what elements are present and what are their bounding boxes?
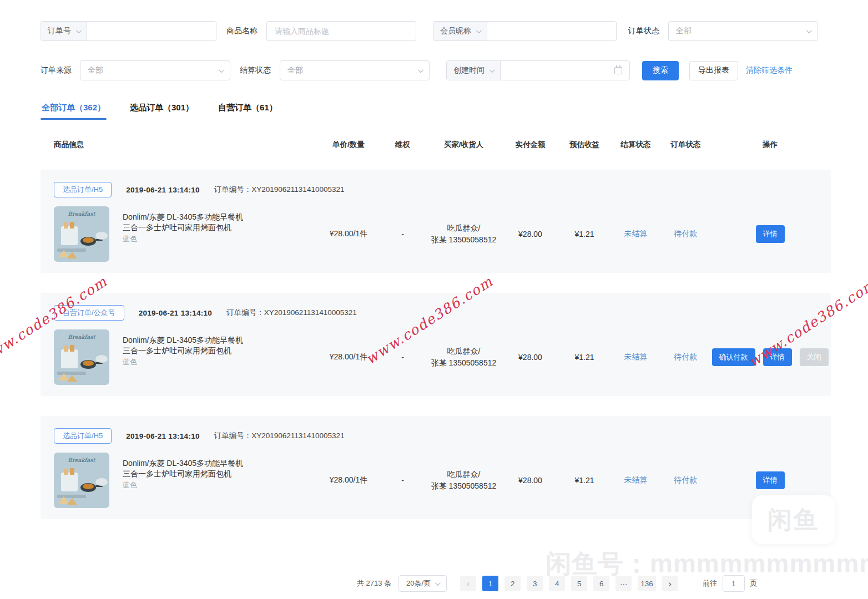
page-button-5[interactable]: 5 — [571, 576, 587, 591]
profit-cell: ¥1.21 — [559, 353, 609, 362]
order-datetime: 2019-06-21 13:14:10 — [126, 432, 200, 440]
member-nick-input[interactable] — [487, 22, 616, 40]
filter-row-1: 订单号 商品名称 会员昵称 订单状态 全部 — [41, 21, 868, 41]
profit-cell: ¥1.21 — [559, 476, 609, 485]
tab-selected-orders[interactable]: 选品订单（301） — [130, 103, 194, 120]
chevron-down-icon — [76, 28, 82, 33]
product-text: Donlim/东菱 DL-3405多功能早餐机三合一多士炉吐司家用烤面包机 蓝色 — [123, 453, 249, 508]
next-page-button[interactable]: › — [662, 576, 678, 591]
page-ellipsis-button[interactable]: ··· — [615, 576, 632, 591]
member-nick-type-select[interactable]: 会员昵称 — [433, 22, 487, 40]
detail-button[interactable]: 详情 — [763, 348, 792, 366]
filter-row-2: 订单来源 全部 结算状态 全部 创建时间 搜索 导出报表 清除筛选条件 — [41, 60, 868, 80]
col-paid: 实付金额 — [501, 140, 559, 150]
settle-status-select[interactable]: 全部 — [280, 60, 430, 80]
prev-page-button[interactable]: ‹ — [460, 576, 476, 591]
buyer-cell: 吃瓜群众/ 张某 13505058512 — [426, 469, 501, 492]
order-card-body: Breakfast Donlim/东菱 DL-3405多功能早 — [41, 329, 831, 385]
order-number-value: XY20190621131410005321 — [264, 308, 357, 317]
receiver-name: 张某 13505058512 — [426, 480, 501, 492]
create-time-type-label: 创建时间 — [453, 65, 485, 75]
order-no-input[interactable] — [87, 22, 216, 40]
col-profit: 预估收益 — [559, 140, 609, 150]
actions-cell: 详情 — [709, 225, 831, 243]
order-source-select[interactable]: 全部 — [80, 60, 230, 80]
order-card: 自营订单/公众号 2019-06-21 13:14:10 订单编号：XY2019… — [41, 293, 831, 396]
svg-text:Breakfast: Breakfast — [68, 457, 96, 463]
product-title: Donlim/东菱 DL-3405多功能早餐机三合一多士炉吐司家用烤面包机 — [123, 458, 249, 479]
chevron-down-icon — [489, 67, 495, 73]
order-status-value: 全部 — [676, 26, 692, 36]
export-report-button[interactable]: 导出报表 — [689, 61, 738, 80]
order-source-value: 全部 — [88, 65, 103, 75]
actions-cell: 详情 — [709, 471, 831, 489]
order-no-filter: 订单号 — [41, 21, 216, 41]
page-button-4[interactable]: 4 — [549, 576, 565, 591]
col-actions: 操作 — [709, 140, 831, 150]
calendar-icon — [614, 67, 622, 74]
product-cell: Breakfast Donlim/东菱 DL-3405多功能早 — [41, 453, 318, 508]
order-status-cell: 待付款 — [662, 229, 709, 239]
receiver-name: 张某 13505058512 — [426, 234, 501, 246]
weiquan-cell: - — [379, 476, 426, 485]
pagination: 共 2713 条 20条/页 ‹ 1 2 3 4 5 6 ··· 136 › 前… — [357, 575, 757, 592]
order-number-label: 订单编号： — [214, 185, 252, 194]
clear-filters-link[interactable]: 清除筛选条件 — [746, 65, 793, 75]
goto-page: 前往 页 — [703, 575, 758, 592]
page-size-select[interactable]: 20条/页 — [398, 575, 447, 592]
chevron-down-icon — [476, 28, 482, 33]
col-weiquan: 维权 — [379, 140, 426, 150]
col-price-qty: 单价/数量 — [318, 140, 379, 150]
price-qty-cell: ¥28.00/1件 — [318, 229, 379, 239]
search-button[interactable]: 搜索 — [642, 61, 679, 80]
order-number: 订单编号：XY20190621131410005321 — [214, 431, 345, 441]
settle-status-label: 结算状态 — [240, 65, 271, 75]
page-button-136[interactable]: 136 — [638, 576, 656, 591]
page-button-6[interactable]: 6 — [593, 576, 609, 591]
paid-cell: ¥28.00 — [501, 353, 559, 362]
order-card-header: 选品订单/H5 2019-06-21 13:14:10 订单编号：XY20190… — [41, 181, 831, 206]
tab-all-orders[interactable]: 全部订单（362） — [42, 103, 105, 120]
svg-text:Breakfast: Breakfast — [68, 334, 96, 340]
actions-cell: 确认付款 详情 关闭 — [709, 348, 831, 366]
buyer-name: 吃瓜群众/ — [426, 222, 501, 234]
order-management-page: 订单号 商品名称 会员昵称 订单状态 全部 订单来源 全部 结算状态 全 — [0, 21, 868, 599]
col-buyer: 买家/收货人 — [426, 140, 501, 150]
order-datetime: 2019-06-21 13:14:10 — [139, 309, 213, 317]
product-name-input[interactable] — [266, 21, 416, 41]
page-button-2[interactable]: 2 — [504, 576, 521, 591]
buyer-cell: 吃瓜群众/ 张某 13505058512 — [426, 222, 501, 246]
chevron-down-icon — [435, 580, 441, 586]
create-time-type-select[interactable]: 创建时间 — [447, 61, 501, 80]
weiquan-cell: - — [379, 353, 426, 362]
order-status-select[interactable]: 全部 — [668, 21, 818, 41]
order-status-cell: 待付款 — [662, 475, 709, 485]
page-size-value: 20条/页 — [406, 578, 431, 588]
confirm-payment-button[interactable]: 确认付款 — [712, 348, 755, 366]
detail-button[interactable]: 详情 — [756, 471, 785, 489]
product-spec: 蓝色 — [123, 234, 249, 244]
col-settle-status: 结算状态 — [609, 140, 662, 150]
order-number: 订单编号：XY20190621131410005321 — [226, 308, 357, 318]
product-title: Donlim/东菱 DL-3405多功能早餐机三合一多士炉吐司家用烤面包机 — [123, 335, 249, 356]
chevron-down-icon — [418, 67, 423, 73]
order-source-label: 订单来源 — [41, 65, 72, 75]
detail-button[interactable]: 详情 — [756, 225, 785, 243]
member-nick-filter: 会员昵称 — [433, 21, 617, 41]
order-card-body: Breakfast Donlim/东菱 DL-3405多功能早 — [41, 453, 831, 508]
goto-page-input[interactable] — [723, 575, 745, 592]
page-button-1[interactable]: 1 — [482, 576, 498, 591]
create-time-date-input[interactable] — [501, 61, 629, 80]
settle-status-value: 全部 — [287, 65, 303, 75]
order-no-type-select[interactable]: 订单号 — [41, 22, 87, 40]
close-button[interactable]: 关闭 — [800, 348, 829, 366]
order-number-label: 订单编号： — [214, 432, 252, 440]
goto-label: 前往 — [703, 578, 718, 588]
page-button-3[interactable]: 3 — [527, 576, 543, 591]
product-spec: 蓝色 — [123, 357, 249, 367]
tab-self-operated-orders[interactable]: 自营订单（61） — [218, 103, 277, 120]
buyer-name: 吃瓜群众/ — [426, 469, 501, 480]
order-number-label: 订单编号： — [226, 308, 264, 317]
product-image: Breakfast — [54, 329, 109, 385]
col-order-status: 订单状态 — [662, 140, 709, 150]
